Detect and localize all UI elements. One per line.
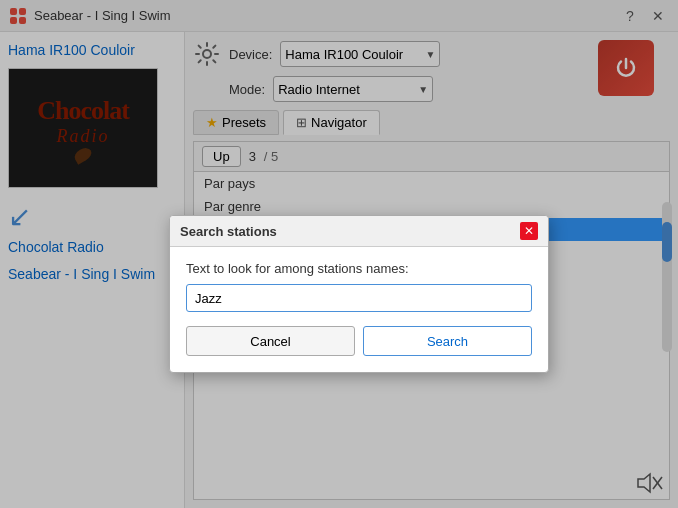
modal-title: Search stations (180, 224, 277, 239)
modal-overlay: Search stations ✕ Text to look for among… (0, 0, 678, 508)
cancel-button[interactable]: Cancel (186, 326, 355, 356)
modal-buttons: Cancel Search (186, 326, 532, 356)
search-modal: Search stations ✕ Text to look for among… (169, 215, 549, 373)
search-button[interactable]: Search (363, 326, 532, 356)
modal-titlebar: Search stations ✕ (170, 216, 548, 247)
search-input[interactable] (186, 284, 532, 312)
modal-label: Text to look for among stations names: (186, 261, 532, 276)
modal-body: Text to look for among stations names: C… (170, 247, 548, 372)
modal-close-button[interactable]: ✕ (520, 222, 538, 240)
